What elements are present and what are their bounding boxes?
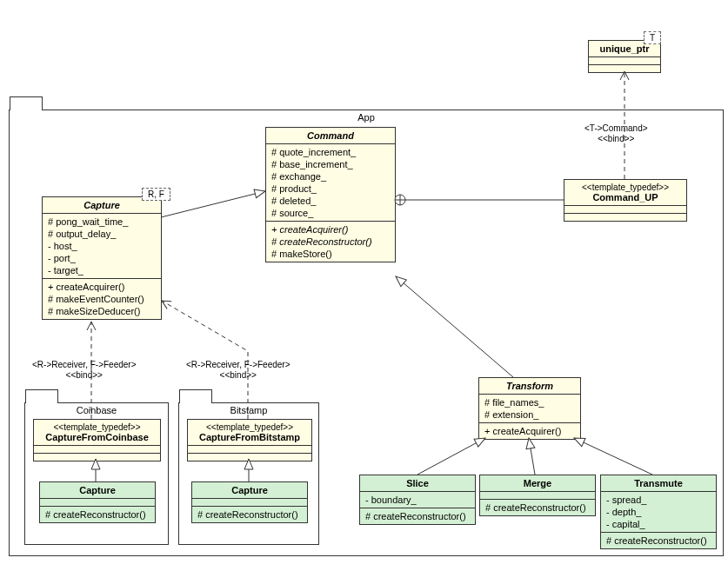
- edge-bind-t: <T->Command> <<bind>>: [583, 123, 650, 144]
- edge-bind-rf-bitstamp: <R->Receiver, F->Feeder> <<bind>>: [184, 360, 292, 381]
- package-coinbase-tab: [25, 389, 58, 403]
- class-transmute-name: Transmute: [601, 475, 716, 492]
- uniqueptr-template-param: T: [644, 31, 661, 44]
- class-capturefromcoinbase: <<template_typedef>> CaptureFromCoinbase: [33, 419, 161, 461]
- class-capturefromcoinbase-header: <<template_typedef>> CaptureFromCoinbase: [34, 420, 160, 446]
- package-coinbase-label: Coinbase: [25, 403, 168, 417]
- class-transform-name: Transform: [479, 378, 580, 395]
- class-capture-ops: + createAcquirer() # makeEventCounter() …: [43, 279, 161, 319]
- class-merge: Merge # createReconstructor(): [479, 475, 596, 516]
- class-capture-coinbase: Capture # createReconstructor(): [39, 481, 156, 523]
- class-commandup: <<template_typedef>> Command_UP: [564, 179, 687, 222]
- class-transform-ops: + createAcquirer(): [479, 423, 580, 439]
- class-capturefrombitstamp: <<template_typedef>> CaptureFromBitstamp: [187, 419, 312, 461]
- class-commandup-header: <<template_typedef>> Command_UP: [564, 180, 686, 206]
- class-command-name: Command: [266, 128, 395, 144]
- class-transform-attrs: # file_names_ # extension_: [479, 395, 580, 423]
- class-capture-coinbase-name: Capture: [40, 482, 155, 499]
- class-capture-bitstamp: Capture # createReconstructor(): [191, 481, 308, 523]
- package-app-label: App: [10, 110, 723, 124]
- package-bitstamp-label: Bitstamp: [179, 403, 318, 417]
- class-capture-bitstamp-name: Capture: [192, 482, 307, 499]
- class-uniqueptr: unique_ptr: [588, 40, 661, 73]
- capture-template-param: R, F: [142, 188, 170, 201]
- class-transform: Transform # file_names_ # extension_ + c…: [478, 377, 581, 440]
- class-command-attrs: # quote_increment_ # base_increment_ # e…: [266, 144, 395, 222]
- edge-bind-rf-coinbase: <R->Receiver, F->Feeder> <<bind>>: [30, 360, 138, 381]
- class-capture: Capture # pong_wait_time_ # output_delay…: [42, 196, 162, 320]
- class-merge-name: Merge: [480, 475, 595, 492]
- class-transmute: Transmute - spread_ - depth_ - capital_ …: [600, 475, 717, 549]
- package-app-tab: [10, 96, 43, 110]
- package-bitstamp-tab: [179, 389, 212, 403]
- class-command: Command # quote_increment_ # base_increm…: [265, 127, 396, 262]
- class-slice-name: Slice: [360, 475, 475, 492]
- class-slice: Slice - boundary_ # createReconstructor(…: [359, 475, 476, 525]
- class-capturefrombitstamp-header: <<template_typedef>> CaptureFromBitstamp: [188, 420, 311, 446]
- class-command-ops: + createAcquirer() # createReconstructor…: [266, 222, 395, 262]
- class-capture-attrs: # pong_wait_time_ # output_delay_ - host…: [43, 214, 161, 279]
